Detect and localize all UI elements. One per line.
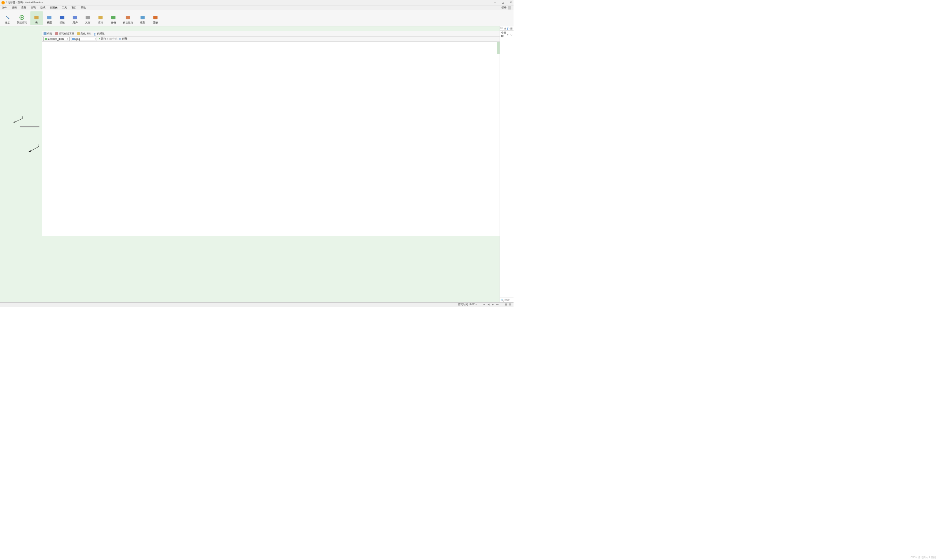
run-button[interactable]: 运行▾	[99, 37, 108, 41]
toolbar-functions[interactable]: 函数	[56, 11, 68, 25]
svg-rect-12	[153, 16, 158, 19]
menu-3[interactable]: 查询	[31, 6, 36, 9]
sql-editor[interactable]	[42, 42, 499, 236]
code-area[interactable]	[50, 42, 500, 236]
connect-icon	[5, 15, 10, 20]
backup-icon	[111, 15, 116, 20]
server-selector[interactable]: localhost_3306▾	[43, 37, 69, 41]
menu-1[interactable]: 编辑	[12, 6, 17, 9]
explain-button[interactable]: ☷解释	[119, 37, 127, 41]
menu-8[interactable]: 帮助	[81, 6, 86, 9]
query-time: 查询时间: 0.021s	[458, 303, 477, 306]
query-builder-button[interactable]: 查询创建工具	[55, 32, 74, 35]
toolbar-chart[interactable]: 图表	[149, 11, 162, 25]
query-icon	[98, 15, 103, 20]
svg-rect-9	[111, 16, 115, 19]
paren-icon[interactable]: ( )	[507, 27, 509, 30]
view-toggle[interactable]: ▦▤	[505, 303, 511, 306]
database-selector[interactable]: qing▾	[71, 37, 97, 41]
login-area[interactable]: 登录	[502, 6, 511, 9]
title-bar: * 无标题 - 查询 - Navicat Premium — ◻ ✕	[0, 0, 514, 6]
menu-bar[interactable]: 文件编辑查看查询格式收藏夹工具窗口帮助 登录	[0, 6, 514, 10]
toolbar-users[interactable]: 用户	[69, 11, 81, 25]
menu-2[interactable]: 查看	[21, 6, 26, 9]
toolbar-automation[interactable]: 自动运行	[120, 11, 136, 25]
status-bar: 查询时间: 0.021s ⏮◀▶⏭ ▦▤	[0, 302, 514, 307]
toolbar-model[interactable]: 模型	[137, 11, 149, 25]
wand-icon	[77, 32, 80, 35]
arrow-icon	[28, 147, 38, 152]
tables-icon	[34, 15, 39, 20]
minimize-button[interactable]: —	[494, 1, 496, 4]
automation-icon	[125, 15, 131, 20]
toolbar-tables[interactable]: 表	[31, 11, 43, 25]
context-menu[interactable]	[20, 126, 39, 127]
menu-6[interactable]: 工具	[62, 6, 67, 9]
close-button[interactable]: ✕	[510, 1, 512, 4]
new-query-icon	[19, 15, 25, 20]
views-icon	[46, 15, 52, 20]
pagination[interactable]: ⏮◀▶⏭	[483, 303, 499, 306]
arrow-icon	[13, 118, 23, 124]
scrollbar[interactable]	[497, 42, 500, 54]
play-icon	[99, 38, 100, 40]
search-icon: 🔍	[501, 298, 504, 302]
svg-rect-4	[47, 16, 52, 19]
document-tabs[interactable]	[42, 26, 499, 31]
maximize-button[interactable]: ◻	[502, 1, 504, 4]
toolbar-connect[interactable]: 连接	[1, 11, 14, 25]
toolbar-query[interactable]: 查询	[94, 11, 107, 25]
menu-0[interactable]: 文件	[2, 6, 7, 9]
menu-5[interactable]: 收藏夹	[50, 6, 57, 9]
connection-row[interactable]: localhost_3306▾ qing▾ 运行▾ 停止 ☷解释	[42, 37, 499, 42]
code-snippet-button[interactable]: ( )代码段	[94, 32, 105, 35]
svg-rect-10	[126, 16, 130, 19]
content-area: 保存 查询创建工具 美化 SQL ( )代码段 localhost_3306▾ …	[42, 26, 499, 302]
svg-rect-7	[86, 16, 90, 19]
save-button[interactable]: 保存	[43, 32, 52, 35]
svg-rect-5	[60, 16, 65, 19]
login-label[interactable]: 登录	[502, 6, 506, 9]
eye-icon[interactable]: ◉	[504, 27, 506, 30]
avatar-icon	[508, 6, 512, 9]
svg-rect-3	[34, 16, 39, 19]
menu-4[interactable]: 格式	[40, 6, 45, 9]
model-icon	[140, 15, 145, 20]
chart-icon	[152, 15, 158, 20]
connection-tree[interactable]: 1 2	[0, 26, 42, 302]
svg-marker-16	[29, 151, 31, 152]
db-icon	[72, 38, 75, 40]
explain-icon: ☷	[119, 37, 121, 40]
paren-icon: ( )	[94, 32, 96, 35]
tool-icon	[55, 32, 58, 35]
main-toolbar: 连接新建查询表视图函数用户其它查询备份自动运行模型图表	[0, 10, 514, 26]
functions-icon	[59, 15, 65, 20]
app-logo-icon	[2, 1, 5, 5]
svg-rect-11	[140, 16, 145, 19]
users-icon	[72, 15, 78, 20]
toolbar-new-query[interactable]: 新建查询	[14, 11, 30, 25]
stop-icon	[109, 38, 111, 40]
snippet-panel[interactable]: ⓘ ◉ ( ) ▦ 全部标▾↻ 🔍搜索	[500, 26, 514, 302]
svg-rect-6	[73, 16, 77, 19]
window-title: * 无标题 - 查询 - Navicat Premium	[6, 1, 43, 5]
grid-icon[interactable]: ▦	[510, 27, 513, 30]
svg-rect-8	[98, 16, 103, 19]
output-log[interactable]	[42, 240, 499, 302]
others-icon	[85, 15, 91, 20]
toolbar-views[interactable]: 视图	[43, 11, 55, 25]
filter-selector[interactable]: 全部标▾↻	[500, 31, 514, 39]
beautify-sql-button[interactable]: 美化 SQL	[77, 32, 91, 35]
snippet-search[interactable]: 🔍搜索	[500, 298, 514, 302]
stop-button: 停止	[109, 37, 117, 41]
chevron-down-icon: ▾	[95, 38, 96, 40]
menu-7[interactable]: 窗口	[71, 6, 77, 9]
line-gutter	[42, 42, 50, 236]
query-toolbar[interactable]: 保存 查询创建工具 美化 SQL ( )代码段	[42, 31, 499, 36]
toolbar-backup[interactable]: 备份	[107, 11, 120, 25]
info-icon[interactable]: ⓘ	[500, 27, 503, 30]
info-tabs[interactable]	[42, 236, 499, 240]
save-icon	[43, 32, 46, 35]
toolbar-others[interactable]: 其它	[82, 11, 94, 25]
server-icon	[45, 38, 47, 40]
